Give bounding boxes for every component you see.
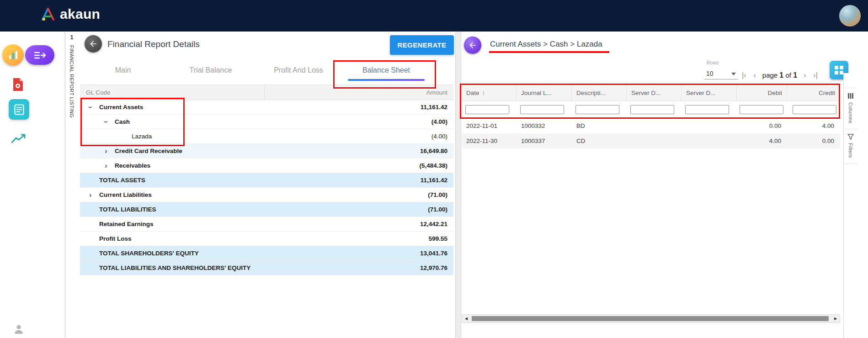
gl-row-amount: (4.00)	[431, 133, 453, 140]
amount-column-header[interactable]: Amount	[265, 89, 453, 96]
column-header-credit[interactable]: Credit	[787, 85, 840, 100]
chevron-down-icon	[731, 73, 736, 75]
gl-row-amount: (4.00)	[431, 118, 453, 125]
drilldown-back-button[interactable]	[464, 37, 481, 54]
last-page-button[interactable]: ›|	[810, 71, 820, 79]
filter-input-3[interactable]	[630, 105, 674, 114]
gl-table-row[interactable]: ›Profit Loss599.55	[80, 232, 453, 246]
chevron-right-icon[interactable]: ›	[86, 191, 95, 199]
gl-table-row[interactable]: ›TOTAL LIABILITIES AND SHAREHOLDERS' EQU…	[80, 261, 453, 275]
gl-row-left: ›TOTAL LIABILITIES AND SHAREHOLDERS' EQU…	[80, 264, 250, 272]
gl-row-amount: (71.00)	[428, 206, 453, 213]
gl-table-row[interactable]: ›Current Liabilities(71.00)	[80, 188, 453, 202]
journal-table-row[interactable]: 2022-11-301000337CD4.000.00	[462, 133, 840, 148]
gl-table-row[interactable]: ›TOTAL ASSETS11,161.42	[80, 173, 453, 188]
filter-funnel-icon	[847, 134, 854, 140]
filter-input-4[interactable]	[685, 105, 729, 114]
journal-table-row[interactable]: 2022-11-011000332BD0.004.00	[462, 118, 840, 133]
column-header-debit[interactable]: Debit	[737, 85, 787, 100]
scrollbar-thumb[interactable]	[472, 316, 829, 321]
column-header-journal-l[interactable]: Journal L...	[517, 85, 572, 100]
rows-per-page-value: 10	[706, 70, 714, 77]
report-tab-label: FINANCIAL REPORT LISTING	[69, 45, 75, 118]
horizontal-scrollbar[interactable]: ◀ ▶	[462, 314, 840, 323]
user-avatar[interactable]	[839, 5, 861, 26]
journal-cell: 1000332	[517, 122, 572, 129]
rows-per-page-select[interactable]: 10	[704, 68, 738, 79]
pdf-report-icon[interactable]	[11, 77, 25, 92]
filter-input-1[interactable]	[520, 105, 564, 114]
balance-sheet-table: GL Code Amount ›Current Assets11,161.42›…	[80, 84, 453, 275]
filters-tool-label: Filters	[848, 143, 853, 158]
filters-tool-button[interactable]: Filters	[844, 129, 857, 164]
journal-table-filter-row	[462, 101, 840, 118]
column-header-server-d[interactable]: Server D...	[627, 85, 682, 100]
tab-profit-and-loss[interactable]: Profit And Loss	[255, 61, 342, 81]
current-page-number: 1	[779, 71, 783, 79]
gl-row-left: ›Lazada	[80, 132, 152, 141]
gl-table-row[interactable]: ›Retained Earnings12,442.21	[80, 217, 453, 232]
gl-row-left: ›TOTAL LIABILITIES	[80, 206, 156, 214]
prev-page-button[interactable]: ‹	[751, 71, 758, 79]
column-header-server-d[interactable]: Server D...	[682, 85, 737, 100]
user-profile-icon[interactable]	[12, 323, 25, 336]
panel-divider[interactable]	[455, 32, 461, 338]
gl-row-label: Cash	[115, 118, 130, 125]
gl-row-left: ›TOTAL SHAREHOLDERS' EQUITY	[80, 249, 199, 258]
scroll-left-arrow-icon[interactable]: ◀	[462, 315, 470, 322]
gl-row-left: ›TOTAL ASSETS	[80, 176, 145, 185]
gl-row-left: ›Retained Earnings	[80, 220, 154, 228]
gl-table-row[interactable]: ›Receivables(5,484.38)	[80, 158, 453, 173]
journal-cell: CD	[572, 137, 627, 144]
page-word: page	[762, 71, 777, 79]
apps-chart-badge-icon[interactable]	[2, 44, 24, 66]
gl-code-column-header[interactable]: GL Code	[80, 85, 265, 100]
sort-asc-icon: ↑	[482, 90, 485, 96]
scroll-right-arrow-icon[interactable]: ▶	[831, 315, 840, 322]
gl-table-row[interactable]: ›Credit Card Receivable16,649.80	[80, 144, 453, 158]
chevron-down-icon[interactable]: ›	[86, 103, 95, 111]
arrow-back-icon	[89, 39, 98, 48]
chevron-right-icon[interactable]: ›	[102, 162, 110, 170]
regenerate-button[interactable]: REGENERATE	[390, 35, 454, 55]
gl-table-row[interactable]: ›TOTAL LIABILITIES(71.00)	[80, 202, 453, 217]
gl-table-row[interactable]: ›Lazada(4.00)	[80, 129, 453, 144]
gl-table-row[interactable]: ›TOTAL SHAREHOLDERS' EQUITY13,041.76	[80, 246, 453, 261]
trend-chart-icon[interactable]	[11, 133, 27, 145]
filter-input-5[interactable]	[740, 105, 783, 114]
tab-trial-balance[interactable]: Trial Balance	[167, 61, 255, 81]
gl-table-body: ›Current Assets11,161.42›Cash(4.00)›Laza…	[80, 100, 453, 275]
ledger-icon[interactable]	[9, 99, 29, 120]
back-button[interactable]	[85, 35, 102, 53]
chevron-down-icon[interactable]: ›	[102, 118, 110, 126]
first-page-button[interactable]: |‹	[739, 71, 749, 79]
akaun-logo-icon	[40, 7, 56, 21]
left-icon-rail	[0, 32, 65, 338]
trending-up-icon	[11, 133, 27, 144]
filter-input-0[interactable]	[465, 105, 509, 114]
columns-tool-button[interactable]: Columns	[844, 88, 857, 129]
gl-table-header: GL Code Amount	[80, 84, 453, 100]
gl-row-amount: 16,649.80	[420, 148, 453, 154]
report-tab-index: 1	[65, 34, 78, 41]
gl-table-row[interactable]: ›Current Assets11,161.42	[80, 100, 453, 115]
filter-input-6[interactable]	[793, 105, 836, 114]
filter-cell	[517, 105, 572, 114]
journal-table-header: Date↑Journal L...Descripti...Server D...…	[462, 84, 840, 101]
chevron-right-icon[interactable]: ›	[102, 147, 110, 155]
gl-table-row[interactable]: ›Cash(4.00)	[80, 115, 453, 129]
gl-row-amount: 11,161.42	[421, 104, 453, 111]
brand-name: akaun	[60, 6, 100, 22]
person-icon	[13, 323, 25, 335]
column-header-descripti[interactable]: Descripti...	[572, 85, 627, 100]
column-header-date[interactable]: Date↑	[462, 85, 517, 100]
tab-main[interactable]: Main	[79, 61, 167, 81]
filter-input-2[interactable]	[575, 105, 619, 114]
tab-balance-sheet[interactable]: Balance Sheet	[342, 61, 430, 81]
report-tab-strip[interactable]: 1 FINANCIAL REPORT LISTING	[65, 32, 78, 338]
sidebar-toggle-button[interactable]	[25, 45, 54, 65]
brand-logo[interactable]: akaun	[40, 6, 100, 22]
gl-row-label: Lazada	[132, 133, 152, 140]
next-page-button[interactable]: ›	[801, 71, 809, 79]
gl-row-amount: 11,161.42	[421, 177, 453, 184]
